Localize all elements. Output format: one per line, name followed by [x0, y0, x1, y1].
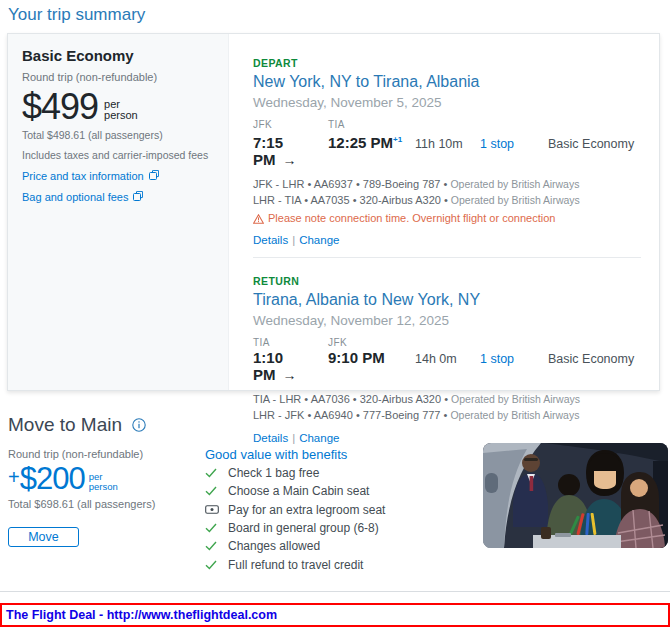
arrive-time-value: 9:10 PM [328, 349, 385, 366]
arrive-time: 9:10 PM [328, 349, 415, 366]
depart-section: DEPART New York, NY to Tirana, Albania W… [253, 58, 641, 247]
depart-time-value: 1:10 PM [253, 349, 283, 383]
depart-route-heading: New York, NY to Tirana, Albania [253, 70, 641, 90]
bag-fees-link-label: Bag and optional fees [22, 191, 128, 203]
person-label: person [104, 109, 138, 121]
fare-panel: Basic Economy Round trip (non-refundable… [8, 34, 229, 390]
change-link[interactable]: Change [299, 432, 339, 444]
details-link[interactable]: Details [253, 432, 288, 444]
upsell-pricing: Round trip (non-refundable) + $200 per p… [8, 448, 193, 547]
warning-triangle-icon [253, 214, 264, 224]
benefit-item: Full refund to travel credit [205, 558, 480, 570]
deal-banner-text: The Flight Deal - http://www.theflightde… [2, 608, 277, 622]
plus-sign: + [8, 467, 20, 487]
trip-summary-card: Basic Economy Round trip (non-refundable… [7, 33, 660, 391]
cabin-label: Basic Economy [548, 136, 634, 153]
flights-panel: DEPART New York, NY to Tirana, Albania W… [229, 34, 659, 390]
details-link[interactable]: Details [253, 234, 288, 246]
stops-link[interactable]: 1 stop [480, 351, 548, 368]
total-price: Total $498.61 (all passengers) [22, 129, 214, 141]
person-label: person [89, 481, 118, 492]
depart-time-value: 7:15 PM [253, 134, 283, 168]
depart-label: DEPART [253, 58, 641, 69]
depart-date: Wednesday, November 5, 2025 [253, 96, 641, 109]
origin-code: TIA [253, 337, 328, 348]
benefit-label: Changes allowed [228, 539, 320, 553]
check-icon [205, 523, 219, 533]
benefits-list: Good value with benefits Check 1 bag fre… [205, 448, 480, 571]
move-button[interactable]: Move [8, 527, 79, 547]
bag-fees-link[interactable]: Bag and optional fees [22, 191, 214, 203]
next-day-indicator: +1 [393, 135, 402, 144]
arrive-time: 12:25 PM+1 [328, 131, 415, 151]
dest-code: JFK [328, 337, 415, 348]
return-section: RETURN Tirana, Albania to New York, NY W… [253, 276, 641, 445]
segment-operated: Operated by British Airways [450, 409, 579, 421]
price-tax-link-label: Price and tax information [22, 170, 144, 182]
deal-banner: The Flight Deal - http://www.theflightde… [0, 603, 670, 627]
benefit-label: Full refund to travel credit [228, 558, 363, 572]
price-amount: $499 [22, 90, 98, 124]
check-icon [205, 486, 219, 496]
dollar-bill-icon [205, 505, 219, 514]
popup-window-icon [133, 191, 143, 203]
benefit-item: Check 1 bag free [205, 467, 480, 479]
warning-text: Please note connection time. Overnight f… [268, 212, 555, 225]
per-person-label: per person [104, 99, 138, 121]
change-link[interactable]: Change [299, 234, 339, 246]
depart-time: 1:10 PM→ [253, 349, 328, 384]
check-icon [205, 468, 219, 478]
benefit-item: Board in general group (6-8) [205, 522, 480, 534]
upsell-title: Move to Main [8, 414, 122, 436]
trip-type: Round trip (non-refundable) [22, 71, 214, 83]
return-route-heading: Tirana, Albania to New York, NY [253, 288, 641, 308]
segment-main: JFK - LHR • AA6937 • 789-Boeing 787 • [253, 178, 447, 190]
segment-row: LHR - JFK • AA6940 • 777-Boeing 777 • Op… [253, 407, 641, 423]
cabin-label: Basic Economy [548, 351, 634, 368]
benefit-label: Choose a Main Cabin seat [228, 484, 369, 498]
arrow-icon: → [283, 367, 297, 383]
depart-times-row: 7:15 PM→ 12:25 PM+1 11h 10m 1 stop Basic… [253, 131, 641, 169]
price-row: $499 per person [22, 90, 214, 124]
duration: 14h 0m [415, 351, 480, 368]
info-icon[interactable] [132, 418, 146, 432]
segment-row: TIA - LHR • AA7036 • 320-Airbus A320 • O… [253, 391, 641, 407]
benefit-label: Pay for an extra legroom seat [228, 503, 385, 517]
segment-row: LHR - TIA • AA7035 • 320-Airbus A320 • O… [253, 192, 641, 208]
upsell-price-row: + $200 per person [8, 464, 193, 493]
depart-actions: Details|Change [253, 233, 641, 247]
upsell-title-row: Move to Main [8, 414, 146, 436]
pipe-separator: | [292, 234, 295, 246]
duration: 11h 10m [415, 136, 480, 153]
trip-type: Round trip (non-refundable) [8, 448, 193, 460]
depart-time: 7:15 PM→ [253, 134, 328, 169]
return-date: Wednesday, November 12, 2025 [253, 314, 641, 327]
price-tax-link[interactable]: Price and tax information [22, 170, 214, 182]
return-times-row: 1:10 PM→ 9:10 PM 14h 0m 1 stop Basic Eco… [253, 349, 641, 384]
connection-warning: Please note connection time. Overnight f… [253, 212, 641, 225]
upsell-total: Total $698.61 (all passengers) [8, 498, 193, 510]
dest-code: TIA [328, 119, 415, 130]
arrow-icon: → [283, 152, 297, 168]
arrive-time-value: 12:25 PM [328, 134, 393, 151]
page-title: Your trip summary [8, 5, 145, 25]
pipe-separator: | [292, 432, 295, 444]
segment-main: TIA - LHR • AA7036 • 320-Airbus A320 • [253, 393, 448, 405]
airport-codes-row: JFK TIA [253, 119, 641, 130]
benefit-label: Board in general group (6-8) [228, 521, 379, 535]
check-icon [205, 560, 219, 570]
upsell-price-amount: $200 [20, 464, 85, 493]
popup-window-icon [149, 170, 159, 182]
segment-operated: Operated by British Airways [450, 178, 579, 190]
check-icon [205, 541, 219, 551]
per-person-label: per person [89, 472, 118, 491]
return-label: RETURN [253, 276, 641, 287]
stops-link[interactable]: 1 stop [480, 136, 548, 153]
fees-note: Includes taxes and carrier-imposed fees [22, 149, 214, 161]
segment-main: LHR - JFK • AA6940 • 777-Boeing 777 • [253, 409, 447, 421]
depart-segments: JFK - LHR • AA6937 • 789-Boeing 787 • Op… [253, 176, 641, 208]
page-divider [0, 591, 670, 592]
benefit-item: Pay for an extra legroom seat [205, 504, 480, 516]
cabin-photo [483, 443, 668, 548]
benefit-item: Choose a Main Cabin seat [205, 485, 480, 497]
